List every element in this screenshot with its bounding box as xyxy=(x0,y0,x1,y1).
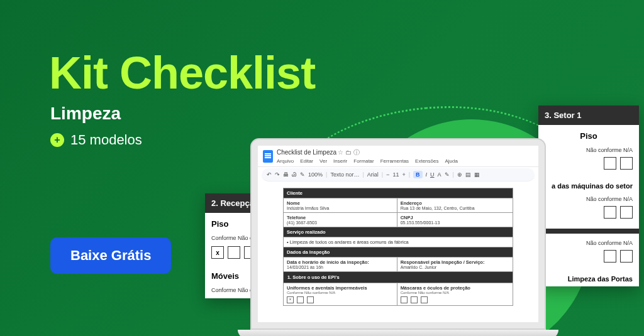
doc-menubar: Arquivo Editar Ver Inserir Formatar Ferr… xyxy=(277,157,458,164)
card-right-options: Não conforme N/A xyxy=(538,144,639,157)
plus-icon: + xyxy=(50,133,64,147)
underline-button[interactable]: U xyxy=(430,171,435,178)
checkbox[interactable] xyxy=(620,157,633,170)
row-dados: Dados da Inspeção xyxy=(284,247,513,257)
checkbox[interactable] xyxy=(604,250,616,263)
download-button[interactable]: Baixe Grátis xyxy=(50,237,171,274)
text-color-button[interactable]: A xyxy=(438,171,441,178)
row-epi: 1. Sobre o uso de EPI's xyxy=(284,272,513,283)
style-select[interactable]: Texto nor… xyxy=(330,171,359,178)
card-right-boxes xyxy=(538,157,639,176)
cell-servico-item: • Limpeza de todos os andares e áreas co… xyxy=(284,237,513,247)
link-icon[interactable]: ⊕ xyxy=(457,171,462,178)
zoom-select[interactable]: 100% xyxy=(308,171,323,178)
doc-toolbar: ↶ ↷ 🖶 Ꮚ ✎ 100% | Texto nor… | Arial | − … xyxy=(262,168,535,182)
paint-icon[interactable]: ✎ xyxy=(300,171,305,178)
bold-button[interactable]: B xyxy=(413,171,423,178)
checkbox[interactable] xyxy=(604,157,616,170)
card-right-options-3: Não conforme N/A xyxy=(538,237,639,250)
menu-arquivo[interactable]: Arquivo xyxy=(277,158,294,164)
models-row: + 15 modelos xyxy=(50,132,142,148)
menu-inserir[interactable]: Inserir xyxy=(333,158,347,164)
cell-uniformes: Uniformes e aventais impermeáveis Confor… xyxy=(284,283,397,306)
card-right-darkbar xyxy=(538,229,639,234)
doc-content: Cliente NomeIndústria Irmãos Silva Ender… xyxy=(258,184,538,310)
models-count: 15 modelos xyxy=(70,132,142,148)
menu-ferramentas[interactable]: Ferramentas xyxy=(380,158,409,164)
row-cliente: Cliente xyxy=(284,188,513,198)
card-right-boxes-3 xyxy=(538,250,639,269)
card-right-options-2: Não conforme N/A xyxy=(538,193,639,206)
checkbox-conforme[interactable]: x xyxy=(211,246,224,259)
card-right-boxes-2 xyxy=(538,206,639,225)
hero-subtitle: Limpeza xyxy=(50,104,121,124)
checkbox[interactable] xyxy=(620,206,633,219)
menu-ajuda[interactable]: Ajuda xyxy=(445,158,457,164)
comment-icon[interactable]: ▤ xyxy=(465,171,471,178)
cell-endereco: EndereçoRua 13 de Maio, 132, Centro, Cur… xyxy=(397,198,513,213)
cell-data: Data e horário de início da inspeção:14/… xyxy=(284,257,397,272)
card-right-section-maquinas: a das máquinas do setor xyxy=(538,176,639,193)
google-doc: Checklist de Limpeza ☆ 🗀 ⓘ Arquivo Edita… xyxy=(258,146,538,322)
cell-responsavel: Responsável pela Inspeção / Serviço:Amar… xyxy=(397,257,513,272)
card-right-header: 3. Setor 1 xyxy=(538,106,639,125)
doc-title-icons: ☆ 🗀 ⓘ xyxy=(338,149,360,156)
italic-button[interactable]: I xyxy=(426,171,428,178)
menu-editar[interactable]: Editar xyxy=(300,158,313,164)
row-servico: Serviço realizado xyxy=(284,227,513,237)
checkbox[interactable] xyxy=(620,250,633,263)
font-size[interactable]: 11 xyxy=(392,171,399,178)
undo-icon[interactable]: ↶ xyxy=(267,171,272,178)
spellcheck-icon[interactable]: Ꮚ xyxy=(292,171,297,178)
docs-icon xyxy=(263,150,273,163)
laptop-screen: Checklist de Limpeza ☆ 🗀 ⓘ Arquivo Edita… xyxy=(250,138,546,330)
doc-table: Cliente NomeIndústria Irmãos Silva Ender… xyxy=(283,188,513,306)
cell-cnpj: CNPJ05.153.555/0001-13 xyxy=(397,213,513,227)
cell-mascaras: Máscaras e óculos de proteção Conforme N… xyxy=(397,283,513,306)
menu-extensoes[interactable]: Extensões xyxy=(415,158,438,164)
laptop-base xyxy=(238,330,558,336)
menu-formatar[interactable]: Formatar xyxy=(353,158,374,164)
card-setor1: 3. Setor 1 Piso Não conforme N/A a das m… xyxy=(538,106,639,286)
doc-title: Checklist de Limpeza xyxy=(277,149,336,156)
font-select[interactable]: Arial xyxy=(367,171,379,178)
cell-telefone: Telefone(41) 3687-8503 xyxy=(284,213,397,227)
image-icon[interactable]: ▦ xyxy=(474,171,480,178)
card-right-section-portas: Limpeza das Portas xyxy=(538,269,639,286)
highlight-icon[interactable]: ✎ xyxy=(445,171,450,178)
hero-title: Kit Checklist xyxy=(49,47,315,99)
doc-titlebar: Checklist de Limpeza ☆ 🗀 ⓘ Arquivo Edita… xyxy=(258,146,538,167)
card-right-section-piso: Piso xyxy=(538,125,639,144)
menu-ver[interactable]: Ver xyxy=(319,158,327,164)
checkbox[interactable] xyxy=(604,206,616,219)
cell-nome: NomeIndústria Irmãos Silva xyxy=(284,198,397,213)
print-icon[interactable]: 🖶 xyxy=(283,171,289,178)
redo-icon[interactable]: ↷ xyxy=(275,171,280,178)
checkbox-nao-conforme[interactable] xyxy=(228,246,240,259)
laptop-mockup: Checklist de Limpeza ☆ 🗀 ⓘ Arquivo Edita… xyxy=(250,138,546,336)
